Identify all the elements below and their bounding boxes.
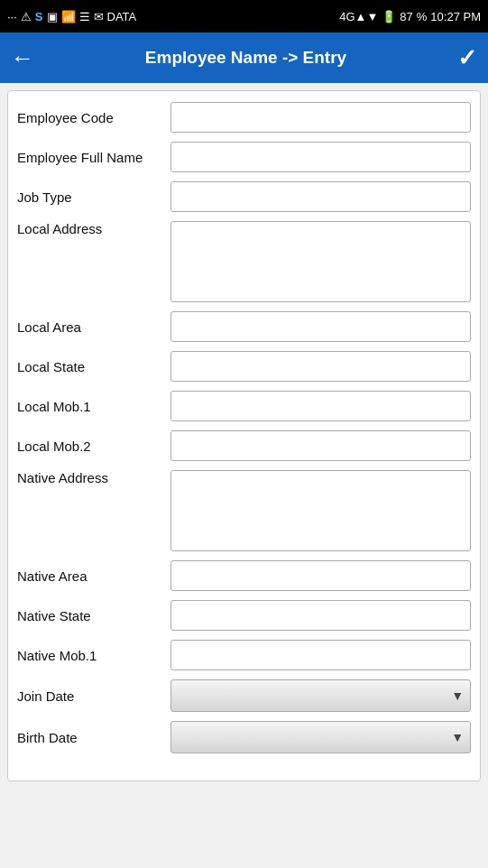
birth-date-label: Birth Date [17, 730, 170, 745]
local-mob2-row: Local Mob.2 [17, 430, 471, 461]
native-address-label: Native Address [17, 470, 170, 485]
native-area-label: Native Area [17, 568, 170, 584]
back-button[interactable]: ← [11, 44, 34, 72]
page-title: Employee Name -> Entry [34, 48, 457, 68]
status-icon-5: 📶 [61, 10, 76, 23]
top-app-bar: ← Employee Name -> Entry ✓ [0, 32, 488, 83]
employee-code-row: Employee Code [17, 102, 471, 133]
confirm-button[interactable]: ✓ [457, 44, 477, 72]
employee-code-label: Employee Code [17, 110, 170, 125]
status-icon-2: ⚠ [21, 10, 32, 23]
native-address-row: Native Address [17, 470, 471, 551]
status-icon-4: ▣ [47, 10, 58, 23]
local-state-label: Local State [17, 359, 170, 374]
employee-fullname-label: Employee Full Name [17, 150, 170, 165]
local-address-input[interactable] [170, 221, 471, 302]
native-state-input[interactable] [170, 600, 471, 631]
battery-level: 87 [400, 10, 412, 23]
native-mob1-input[interactable] [170, 640, 471, 670]
local-area-input[interactable] [170, 311, 471, 342]
status-bar-right: 4G▲▼ 🔋 87% 10:27 PM [339, 10, 481, 23]
local-state-input[interactable] [170, 351, 471, 382]
local-address-row: Local Address [17, 221, 471, 302]
native-address-input[interactable] [170, 470, 471, 551]
join-date-label: Join Date [17, 688, 170, 704]
battery-icon: 🔋 [382, 10, 396, 23]
local-area-label: Local Area [17, 319, 170, 335]
native-mob1-label: Native Mob.1 [17, 648, 170, 663]
native-state-row: Native State [17, 600, 471, 631]
join-date-row: Join Date ▼ [17, 679, 471, 712]
local-address-label: Local Address [17, 221, 170, 236]
employee-fullname-input[interactable] [170, 142, 471, 172]
birth-date-select[interactable] [170, 721, 471, 753]
status-icon-3: S [35, 10, 43, 23]
employee-fullname-row: Employee Full Name [17, 142, 471, 172]
local-mob1-input[interactable] [170, 391, 471, 421]
local-mob1-row: Local Mob.1 [17, 391, 471, 421]
employee-form: Employee Code Employee Full Name Job Typ… [7, 90, 481, 781]
signal-icon: 4G▲▼ [339, 10, 378, 23]
local-mob1-label: Local Mob.1 [17, 399, 170, 414]
job-type-row: Job Type [17, 181, 471, 212]
status-bar: ··· ⚠ S ▣ 📶 ☰ ✉ DATA 4G▲▼ 🔋 87% 10:27 PM [0, 0, 488, 32]
birth-date-wrapper: ▼ [170, 721, 471, 753]
native-area-input[interactable] [170, 560, 471, 591]
job-type-label: Job Type [17, 189, 170, 205]
status-bar-left: ··· ⚠ S ▣ 📶 ☰ ✉ DATA [7, 10, 136, 23]
status-icon-1: ··· [7, 10, 17, 23]
local-mob2-label: Local Mob.2 [17, 439, 170, 454]
join-date-wrapper: ▼ [170, 679, 471, 712]
birth-date-row: Birth Date ▼ [17, 721, 471, 753]
status-icon-8: DATA [107, 10, 137, 23]
status-icon-7: ✉ [94, 10, 104, 23]
employee-code-input[interactable] [170, 102, 471, 133]
join-date-select[interactable] [170, 679, 471, 712]
native-mob1-row: Native Mob.1 [17, 640, 471, 670]
native-area-row: Native Area [17, 560, 471, 591]
local-state-row: Local State [17, 351, 471, 382]
status-icon-6: ☰ [79, 10, 90, 23]
local-area-row: Local Area [17, 311, 471, 342]
local-mob2-input[interactable] [170, 430, 471, 461]
job-type-input[interactable] [170, 181, 471, 212]
native-state-label: Native State [17, 608, 170, 623]
time-display: 10:27 PM [430, 10, 481, 23]
